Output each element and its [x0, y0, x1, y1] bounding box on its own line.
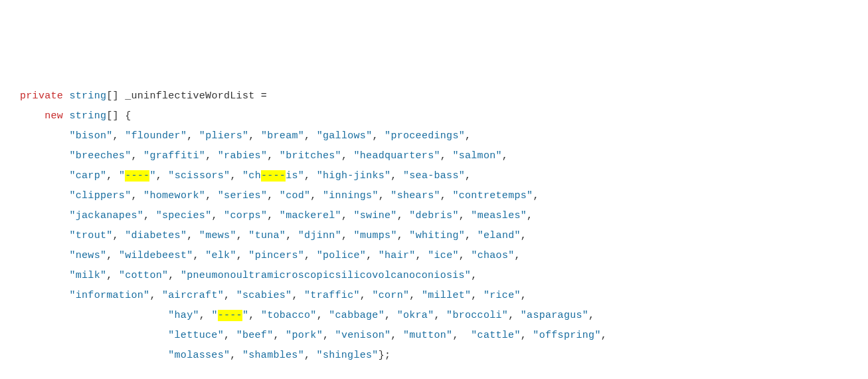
keyword-string: string	[69, 110, 106, 122]
string-literal: "eland"	[477, 230, 521, 241]
string-literal: "molasses"	[168, 350, 230, 361]
string-literal: "contretemps"	[452, 190, 533, 201]
string-literal: "corn"	[372, 290, 409, 301]
string-literal: "wildebeest"	[119, 250, 193, 261]
code-line: "hay", "----", "tobacco", "cabbage", "ok…	[20, 306, 848, 326]
censor-mark: ----	[125, 170, 149, 182]
string-literal: "chaos"	[471, 250, 514, 261]
code-line: "trout", "diabetes", "mews", "tuna", "dj…	[20, 226, 848, 246]
punct-brace-open: {	[125, 110, 131, 122]
string-literal: "measles"	[471, 210, 527, 221]
code-line: "jackanapes", "species", "corps", "macke…	[20, 206, 848, 226]
string-literal: "bream"	[261, 130, 304, 142]
code-line: private string[] _uninflectiveWordList =	[20, 86, 848, 106]
string-literal: "salmon"	[452, 150, 501, 162]
string-literal: "mutton"	[403, 330, 452, 341]
string-literal: "ice"	[428, 250, 459, 261]
string-literal: "pneumonoultramicroscopicsilicovolcanoco…	[181, 270, 471, 281]
string-literal: "mews"	[199, 230, 236, 241]
string-literal: "tuna"	[248, 230, 286, 241]
code-line: "news", "wildebeest", "elk", "pincers", …	[20, 246, 848, 266]
string-literal: "djinn"	[298, 230, 341, 241]
string-literal: "pork"	[286, 330, 323, 341]
string-literal: "scissors"	[168, 170, 230, 182]
string-literal: "shingles"	[317, 350, 379, 361]
string-literal-censored: "----"	[119, 170, 156, 182]
string-literal: "mumps"	[354, 230, 397, 241]
string-literal: "graffiti"	[143, 150, 205, 162]
string-literal: "sea-bass"	[403, 170, 465, 182]
string-literal: "series"	[218, 190, 267, 201]
string-literal: "cotton"	[119, 270, 168, 281]
string-literal: "elk"	[205, 250, 236, 261]
punct-eq: =	[261, 90, 267, 102]
code-line: "bison", "flounder", "pliers", "bream", …	[20, 126, 848, 146]
code-line: "lettuce", "beef", "pork", "venison", "m…	[20, 326, 848, 346]
string-literal: "trout"	[69, 230, 112, 241]
string-literal: "flounder"	[125, 130, 187, 142]
code-block: private string[] _uninflectiveWordList =…	[20, 86, 848, 366]
punct-brace-close: };	[379, 350, 391, 361]
string-literal: "okra"	[397, 310, 434, 321]
code-line: "molasses", "shambles", "shingles"};	[20, 346, 848, 366]
string-literal: "diabetes"	[125, 230, 187, 241]
string-literal: "corps"	[224, 210, 267, 221]
string-literal: "clippers"	[69, 190, 131, 201]
censor-mark: ----	[218, 310, 242, 321]
string-literal: "lettuce"	[168, 330, 224, 341]
string-literal: "offspring"	[533, 330, 600, 341]
string-literal: "homework"	[143, 190, 205, 201]
code-line: "milk", "cotton", "pneumonoultramicrosco…	[20, 266, 848, 286]
string-literal: "millet"	[422, 290, 471, 301]
string-literal: "swine"	[354, 210, 397, 221]
censor-mark: ----	[261, 170, 286, 182]
string-literal: "proceedings"	[385, 130, 465, 142]
string-literal: "mackerel"	[280, 210, 341, 221]
string-literal: "asparagus"	[521, 310, 588, 321]
string-literal-censored: "----"	[211, 310, 248, 321]
code-line: "clippers", "homework", "series", "cod",…	[20, 186, 848, 206]
string-literal: "tobacco"	[261, 310, 317, 321]
string-literal: "whiting"	[409, 230, 465, 241]
string-literal: "pliers"	[199, 130, 248, 142]
string-literal: "debris"	[409, 210, 458, 221]
string-literal: "traffic"	[304, 290, 360, 301]
string-literal: "high-jinks"	[317, 170, 391, 182]
code-line: "breeches", "graffiti", "rabies", "britc…	[20, 146, 848, 166]
string-literal: "shears"	[391, 190, 440, 201]
string-literal: "hay"	[168, 310, 199, 321]
string-literal: "hair"	[379, 250, 416, 261]
code-line: "information", "aircraft", "scabies", "t…	[20, 286, 848, 306]
string-literal: "carp"	[69, 170, 106, 182]
string-literal: "gallows"	[317, 130, 373, 142]
string-literal: "pincers"	[248, 250, 304, 261]
string-literal: "information"	[69, 290, 149, 301]
string-literal: "rice"	[483, 290, 521, 301]
code-line: new string[] {	[20, 106, 848, 126]
string-literal: "milk"	[69, 270, 106, 281]
string-literal: "police"	[317, 250, 366, 261]
string-literal-censored: "ch----is"	[242, 170, 304, 182]
string-literal: "britches"	[280, 150, 341, 162]
string-literal: "cod"	[280, 190, 311, 201]
string-literal: "aircraft"	[162, 290, 224, 301]
punct-brackets: []	[106, 110, 119, 122]
string-literal: "cattle"	[471, 330, 520, 341]
code-line: "carp", "----", "scissors", "ch----is", …	[20, 166, 848, 186]
string-literal: "rabies"	[218, 150, 267, 162]
string-literal: "innings"	[323, 190, 379, 201]
string-literal: "headquarters"	[354, 150, 440, 162]
string-literal: "species"	[156, 210, 212, 221]
string-literal: "shambles"	[242, 350, 304, 361]
punct-brackets: []	[106, 90, 119, 102]
keyword-private: private	[20, 90, 63, 102]
string-literal: "news"	[69, 250, 106, 261]
string-literal: "scabies"	[236, 290, 292, 301]
string-literal: "venison"	[335, 330, 391, 341]
string-literal: "beef"	[236, 330, 274, 341]
string-literal: "breeches"	[69, 150, 131, 162]
string-literal: "jackanapes"	[69, 210, 143, 221]
string-literal: "bison"	[69, 130, 112, 142]
keyword-string: string	[69, 90, 106, 102]
string-literal: "broccoli"	[446, 310, 508, 321]
